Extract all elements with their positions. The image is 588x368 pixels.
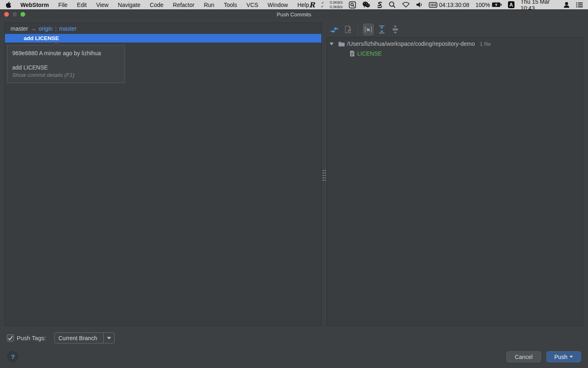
notification-list-icon[interactable] xyxy=(576,1,583,9)
branch-arrow: → xyxy=(31,25,36,32)
menu-navigate[interactable]: Navigate xyxy=(118,2,140,8)
tree-file-row[interactable]: LICENSE xyxy=(327,49,583,58)
user-icon[interactable] xyxy=(564,1,570,9)
file-name-license: LICENSE xyxy=(357,50,382,57)
dialog-title: Push Commits xyxy=(277,11,312,18)
menu-window[interactable]: Window xyxy=(267,2,288,8)
sogou-input-icon[interactable] xyxy=(376,1,383,9)
cancel-button-label: Cancel xyxy=(515,354,533,360)
file-icon xyxy=(350,50,355,57)
remote-branch-link[interactable]: master xyxy=(59,25,77,32)
help-button[interactable]: ? xyxy=(7,351,18,362)
commit-tooltip: 969e6880 A minute ago by lizhihua add LI… xyxy=(7,45,125,83)
commit-row-selected[interactable]: add LICENSE xyxy=(5,34,321,43)
wifi-icon[interactable] xyxy=(402,1,410,9)
net-up-speed: 0.0KB/s xyxy=(330,0,343,4)
menu-file[interactable]: File xyxy=(58,2,68,8)
group-by-directory-icon[interactable] xyxy=(363,24,374,35)
push-button-label: Push xyxy=(555,354,568,360)
push-tags-label: Push Tags: xyxy=(17,335,46,341)
chevron-down-icon xyxy=(107,337,111,339)
minimize-window-button[interactable] xyxy=(12,12,17,17)
checkmark-icon xyxy=(8,336,13,341)
volume-icon[interactable] xyxy=(416,1,423,9)
push-tags-branch-combobox[interactable]: Current Branch xyxy=(54,332,115,343)
combobox-arrow-button[interactable] xyxy=(103,333,114,343)
combobox-value: Current Branch xyxy=(55,333,103,343)
move-commits-icon[interactable] xyxy=(329,24,340,35)
dialog-titlebar: Push Commits xyxy=(0,10,588,19)
help-question-icon: ? xyxy=(11,353,15,360)
tree-collapse-triangle-icon[interactable] xyxy=(330,43,334,45)
wechat-icon[interactable] xyxy=(362,1,370,9)
net-down-speed: 0.3KB/s xyxy=(330,5,343,9)
tree-root-row[interactable]: /Users/lizhihua/workspace/coding/reposit… xyxy=(327,39,583,49)
tooltip-commit-message: add LICENSE xyxy=(12,64,120,71)
updown-arrows-icon[interactable]: ↗↙ xyxy=(321,1,324,9)
tooltip-hint: Show commit details (F1) xyxy=(12,72,120,78)
repository-path: /Users/lizhihua/workspace/coding/reposit… xyxy=(347,40,491,47)
menu-view[interactable]: View xyxy=(96,2,108,8)
push-dropdown-caret-icon xyxy=(570,356,573,358)
apple-menu-icon[interactable] xyxy=(5,1,11,9)
local-branch-label: master xyxy=(11,25,28,32)
network-speed-indicator[interactable]: 0.0KB/s 0.3KB/s xyxy=(330,0,343,9)
folder-icon xyxy=(338,41,345,47)
files-panel: /Users/lizhihua/workspace/coding/reposit… xyxy=(327,37,583,326)
stopwatch-time: 04:13:30:08 xyxy=(439,2,469,8)
battery-percent: 100% xyxy=(475,2,490,8)
menu-vcs[interactable]: VCS xyxy=(247,2,258,8)
branch-colon: : xyxy=(55,25,57,32)
menubar-app-name[interactable]: WebStorm xyxy=(20,2,49,8)
cancel-button[interactable]: Cancel xyxy=(506,351,541,362)
menu-tools[interactable]: Tools xyxy=(224,2,237,8)
menu-help[interactable]: Help xyxy=(297,2,309,8)
spotlight-icon[interactable] xyxy=(389,1,396,9)
tooltip-commit-header: 969e6880 A minute ago by lizhihua xyxy=(12,50,120,56)
collapse-all-icon[interactable] xyxy=(390,24,401,35)
menu-refactor[interactable]: Refactor xyxy=(173,2,194,8)
battery-icon xyxy=(492,1,502,9)
edit-commit-icon[interactable] xyxy=(343,24,353,35)
keyboard-layout-badge[interactable]: A xyxy=(508,1,514,8)
stopwatch-icon xyxy=(429,1,437,9)
dictionary-icon[interactable] xyxy=(349,1,356,9)
stopwatch-widget[interactable]: 04:13:30:08 xyxy=(429,1,469,9)
macos-menubar: WebStorm File Edit View Navigate Code Re… xyxy=(0,0,588,10)
remote-name-link[interactable]: origin xyxy=(39,25,53,32)
panel-splitter-handle[interactable] xyxy=(322,169,326,181)
antivirus-r-icon[interactable]: R xyxy=(309,1,315,9)
branch-row[interactable]: master → origin : master xyxy=(5,23,321,34)
repository-path-text: /Users/lizhihua/workspace/coding/reposit… xyxy=(347,40,475,47)
files-toolbar xyxy=(329,23,401,36)
battery-widget[interactable]: 100% xyxy=(475,1,502,9)
toolbar-separator xyxy=(358,23,359,36)
close-window-button[interactable] xyxy=(4,12,9,17)
expand-all-icon[interactable] xyxy=(376,24,387,35)
menu-edit[interactable]: Edit xyxy=(77,2,87,8)
file-count-label: 1 file xyxy=(480,41,491,47)
zoom-window-button[interactable] xyxy=(20,12,25,17)
menu-code[interactable]: Code xyxy=(150,2,163,8)
push-tags-checkbox[interactable] xyxy=(7,334,14,341)
menu-run[interactable]: Run xyxy=(204,2,214,8)
push-button[interactable]: Push xyxy=(546,351,581,362)
